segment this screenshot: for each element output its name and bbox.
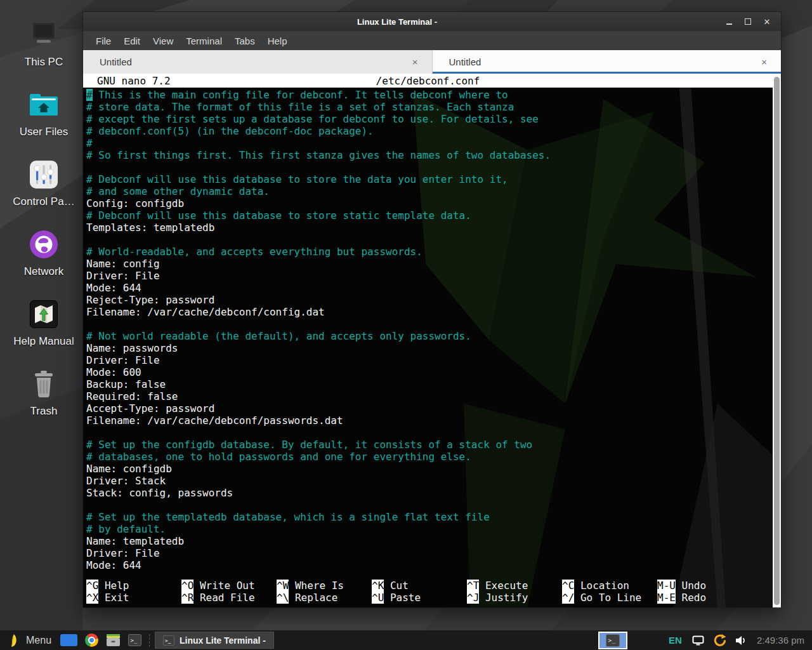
desktop-icon-network[interactable]: Network: [0, 226, 88, 296]
menu-terminal[interactable]: Terminal: [180, 31, 228, 50]
terminal-line: # by default.: [86, 523, 773, 535]
window-titlebar[interactable]: Linux Lite Terminal - ✕: [83, 12, 781, 31]
taskbar: Menu >_ >_ Linux Lite Terminal -: [0, 630, 812, 650]
nano-shortcut-paste: ^U Paste: [372, 592, 467, 604]
terminal-launcher-icon[interactable]: >_: [128, 634, 141, 646]
display-settings-icon[interactable]: [692, 635, 704, 646]
nano-shortcut-where-is: ^W Where Is: [277, 580, 372, 592]
menu-button[interactable]: Menu: [26, 635, 51, 646]
desktop-icon-trash[interactable]: Trash: [0, 366, 88, 435]
shortcut-key: M-U: [657, 580, 676, 592]
nano-shortcut-exit: ^X Exit: [86, 592, 181, 604]
terminal-scrollbar[interactable]: [773, 74, 781, 607]
terminal-line: Required: false: [86, 390, 773, 402]
desktop-icon-label: Help Manual: [13, 335, 74, 348]
desktop-icon-this-pc[interactable]: This PC: [0, 17, 88, 86]
terminal-line: # World-readable, and accepts everything…: [86, 246, 773, 258]
nano-shortcut-help: ^G Help: [86, 580, 181, 592]
shortcut-key: ^W: [277, 580, 289, 592]
menu-tabs[interactable]: Tabs: [228, 31, 261, 50]
terminal-line: # databases, one to hold passwords and o…: [86, 451, 773, 463]
terminal-line: # This is the main config file for debco…: [86, 89, 773, 101]
terminal-tab-1[interactable]: Untitled×: [83, 50, 433, 74]
terminal-line: [86, 161, 773, 173]
terminal-line: Driver: File: [86, 547, 773, 559]
terminal-line: # Debconf will use this database to stor…: [86, 209, 773, 222]
terminal-line: # Not world readable (the default), and …: [86, 330, 773, 342]
desktop-icon-label: Trash: [30, 405, 58, 418]
nano-shortcut-justify: ^J Justify: [467, 592, 562, 604]
menu-help[interactable]: Help: [261, 31, 294, 50]
close-icon[interactable]: ✕: [762, 17, 772, 27]
chrome-icon[interactable]: [85, 633, 98, 647]
nano-shortcut-write-out: ^O Write Out: [181, 580, 277, 592]
desktop-icon-help-manual[interactable]: Help Manual: [0, 296, 88, 366]
desktop-icon-label: This PC: [25, 56, 63, 69]
terminal-line: Templates: templatedb: [86, 222, 773, 234]
tab-close-icon[interactable]: ×: [759, 56, 769, 68]
folder-home-icon: [29, 86, 59, 123]
updates-icon[interactable]: [713, 633, 726, 647]
window-controls: ✕: [724, 17, 781, 27]
terminal-line: # So first things first. This first stan…: [86, 149, 773, 161]
terminal-line: Driver: Stack: [86, 475, 773, 487]
scrollbar-thumb[interactable]: [774, 77, 780, 605]
volume-icon[interactable]: [735, 635, 747, 646]
window-title: Linux Lite Terminal -: [83, 17, 711, 27]
menu-view[interactable]: View: [147, 31, 180, 50]
terminal-pane[interactable]: GNU nano 7.2 /etc/debconf.conf # This is…: [83, 74, 781, 607]
terminal-line: Driver: File: [86, 354, 773, 366]
nano-file-path: /etc/debconf.conf: [83, 75, 773, 87]
terminal-line: [86, 427, 773, 439]
terminal-line: Name: config: [86, 258, 773, 270]
svg-text:>_: >_: [608, 637, 616, 644]
shortcut-key: ^C: [562, 580, 574, 592]
desktop-icon-control-panel[interactable]: Control Pa…: [0, 156, 88, 226]
nano-cursor: #: [86, 89, 93, 101]
svg-text:>_: >_: [165, 637, 171, 643]
terminal-window: Linux Lite Terminal - ✕ FileEditViewTerm…: [82, 11, 782, 608]
clock[interactable]: 2:49:36 pm: [757, 635, 804, 646]
terminal-line: #: [86, 137, 773, 149]
computer-icon: [27, 17, 60, 53]
nano-shortcut-execute: ^T Execute: [467, 580, 562, 592]
terminal-icon: >_: [605, 634, 620, 647]
linux-lite-logo-icon[interactable]: [9, 633, 18, 647]
menu-edit[interactable]: Edit: [117, 31, 147, 50]
terminal-line: Accept-Type: password: [86, 402, 773, 415]
terminal-line: Mode: 600: [86, 366, 773, 378]
shortcut-key: ^J: [467, 592, 479, 604]
keyboard-layout-indicator[interactable]: EN: [669, 635, 682, 646]
desktop-icon-user-files[interactable]: User Files: [0, 86, 88, 156]
archive-manager-icon[interactable]: [106, 633, 121, 647]
maximize-icon[interactable]: [743, 17, 753, 27]
nano-buffer[interactable]: # This is the main config file for debco…: [83, 88, 773, 571]
terminal-tab-2[interactable]: Untitled×: [433, 50, 782, 74]
terminal-line: # Set up the configdb database. By defau…: [86, 439, 773, 451]
terminal-line: Mode: 644: [86, 282, 773, 294]
terminal-line: Name: passwords: [86, 342, 773, 354]
minimize-icon[interactable]: [724, 17, 734, 27]
help-manual-icon: [30, 296, 58, 333]
tab-close-icon[interactable]: ×: [410, 56, 421, 68]
nano-shortcut-replace: ^\ Replace: [277, 592, 372, 604]
terminal-line: Filename: /var/cache/debconf/config.dat: [86, 306, 773, 318]
tray-terminal-toggle[interactable]: >_: [598, 632, 627, 649]
shortcut-key: ^\: [277, 592, 289, 604]
control-panel-icon: [29, 156, 58, 193]
svg-text:>_: >_: [131, 637, 138, 644]
terminal-line: [86, 234, 773, 246]
menu-bar: FileEditViewTerminalTabsHelp: [83, 31, 781, 50]
taskbar-separator: [149, 634, 150, 647]
workspace-pager-icon[interactable]: [60, 634, 77, 646]
tab-bar: Untitled×Untitled×: [83, 50, 781, 74]
nano-shortcut-bar: ^G Help^O Write Out^W Where Is^K Cut^T E…: [83, 580, 773, 607]
nano-titlebar: GNU nano 7.2 /etc/debconf.conf: [83, 74, 773, 88]
nano-editor: GNU nano 7.2 /etc/debconf.conf # This is…: [83, 74, 773, 607]
menu-file[interactable]: File: [89, 31, 117, 50]
task-button-terminal[interactable]: >_ Linux Lite Terminal -: [155, 632, 274, 649]
nano-shortcut-read-file: ^R Read File: [181, 592, 277, 604]
desktop: This PCUser FilesControl Pa…NetworkHelp …: [0, 0, 812, 650]
shortcut-key: ^U: [372, 592, 384, 604]
shortcut-key: ^K: [372, 580, 384, 592]
